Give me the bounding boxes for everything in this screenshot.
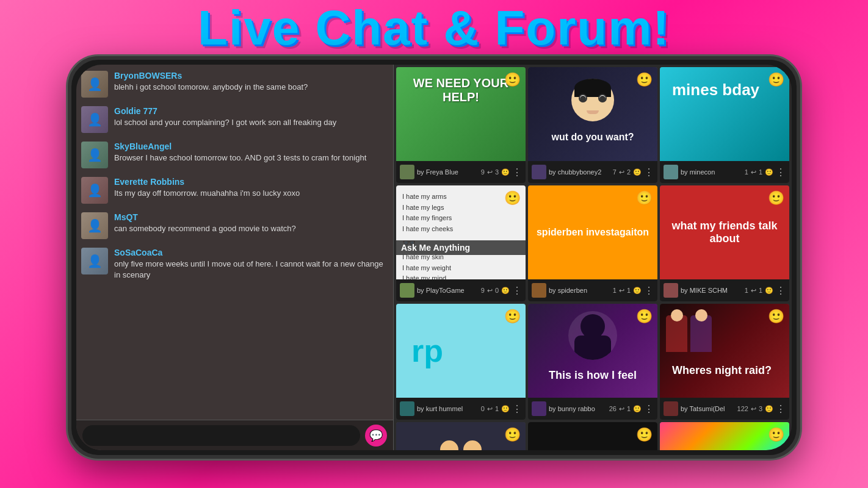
forum-card-wanna-rp[interactable]: wanna rp with whatsapp/kik 🙂 by anime fa… — [396, 422, 526, 450]
card-emoji[interactable]: 🙂 — [636, 427, 653, 443]
avatar: 👤 — [81, 248, 108, 274]
card-emoji[interactable]: 🙂 — [504, 309, 521, 325]
forum-card-spiderben[interactable]: spiderben investagaiton 🙂 by spiderben 1… — [528, 185, 657, 301]
card-title: Wheres night raid? — [666, 355, 778, 386]
card-author-avatar — [532, 283, 546, 298]
forum-card-friends-talk[interactable]: what my friends talk about 🙂 by MIKE SCH… — [660, 185, 789, 301]
card-title: This is how I feel — [543, 360, 643, 391]
card-title: rp — [402, 320, 452, 381]
card-options-icon[interactable]: ⋮ — [776, 167, 786, 178]
forum-card-this-is-how-i-feel[interactable]: This is how I feel 🙂 by bunny rabbo 26↩ … — [528, 304, 657, 420]
chat-panel: 👤 BryonBOWSERs blehh i got school tomoro… — [76, 65, 394, 450]
card-stats: 9↩ 0🙂 — [481, 287, 510, 295]
card-author-avatar — [664, 401, 678, 416]
forum-card-kwaiiii[interactable]: KWAIIII 🙂 by kawaii fan 15↩ 6🙂 ⋮ — [660, 422, 789, 450]
card-options-icon[interactable]: ⋮ — [776, 285, 786, 296]
card-author-avatar — [532, 401, 546, 416]
card-options-icon[interactable]: ⋮ — [512, 167, 522, 178]
chat-message: 👤 SoSaCoaCa only five more weeks until I… — [81, 248, 388, 281]
chat-message: 👤 SkyBlueAngel Browser I have school tom… — [81, 142, 388, 168]
card-author-avatar — [400, 165, 414, 179]
chat-message: 👤 Everette Robbins Its my day off tomorr… — [81, 177, 388, 204]
send-button[interactable]: 💬 — [365, 425, 387, 447]
header-title: Live Chat & Forum! — [198, 1, 670, 55]
card-stats: 1↩ 1🙂 — [613, 287, 642, 295]
card-stats: 9↩ 3🙂 — [481, 168, 510, 176]
page-header: Live Chat & Forum! — [198, 0, 670, 56]
chat-message: 👤 MsQT can somebody recommend a good mov… — [81, 212, 388, 239]
chat-messages: 👤 BryonBOWSERs blehh i got school tomoro… — [76, 65, 393, 420]
card-stats: 26↩ 1🙂 — [609, 405, 642, 413]
forum-card-night-raid[interactable]: Wheres night raid? 🙂 by Tatsumi(Del 122↩… — [660, 304, 789, 420]
forum-card-rp[interactable]: rp 🙂 by kurt hummel 0↩ 1🙂 ⋮ — [396, 304, 526, 420]
card-stats: 0↩ 1🙂 — [481, 405, 510, 413]
message-username[interactable]: Everette Robbins — [114, 177, 388, 187]
card-emoji[interactable]: 🙂 — [636, 72, 653, 88]
forum-panel: WE NEED YOUR HELP! 🙂 by Freya Blue 9↩ 3🙂… — [394, 65, 792, 450]
card-author: by Freya Blue — [417, 168, 479, 176]
card-options-icon[interactable]: ⋮ — [512, 403, 522, 415]
card-stats: 7↩ 2🙂 — [613, 168, 642, 176]
card-emoji[interactable]: 🙂 — [768, 190, 784, 206]
card-options-icon[interactable]: ⋮ — [776, 403, 786, 415]
card-emoji[interactable]: 🙂 — [504, 190, 521, 206]
card-author-avatar — [664, 283, 678, 298]
card-author: by Tatsumi(Del — [681, 405, 735, 412]
message-text: only five more weeks until I move out of… — [114, 259, 388, 281]
avatar: 👤 — [81, 142, 108, 168]
card-title: spiderben investagaiton — [530, 221, 655, 244]
card-title: what my friends talk about — [660, 210, 789, 254]
card-stats: 1↩ 1🙂 — [745, 287, 773, 295]
card-options-icon[interactable]: ⋮ — [512, 285, 522, 296]
message-username[interactable]: Goldie 777 — [114, 106, 388, 116]
avatar: 👤 — [81, 212, 108, 239]
message-username[interactable]: SkyBlueAngel — [114, 142, 388, 151]
phone-device: 👤 BryonBOWSERs blehh i got school tomoro… — [68, 56, 800, 459]
card-author: by minecon — [681, 168, 742, 176]
message-text: blehh i got school tomorow. anybody in t… — [114, 82, 388, 93]
message-username[interactable]: MsQT — [114, 212, 388, 222]
card-title: mines bday — [666, 73, 765, 107]
avatar: 👤 — [81, 106, 108, 133]
card-stats: 1↩ 1🙂 — [745, 168, 773, 176]
card-author-avatar — [400, 283, 414, 298]
chat-message: 👤 Goldie 777 lol school and your complai… — [81, 106, 388, 133]
card-title: wut do you want? — [545, 124, 640, 150]
card-emoji[interactable]: 🙂 — [768, 309, 784, 325]
ask-me-title: Ask Me Anything — [401, 243, 470, 253]
chat-input-bar: 💬 — [76, 420, 393, 450]
message-text: lol school and your complaining? I got w… — [114, 117, 388, 128]
card-emoji[interactable]: 🙂 — [504, 427, 521, 443]
card-author: by kurt hummel — [417, 405, 479, 412]
forum-card-need-help[interactable]: WE NEED YOUR HELP! 🙂 by Freya Blue 9↩ 3🙂… — [396, 67, 526, 183]
card-author-avatar — [532, 165, 546, 179]
card-emoji[interactable]: 🙂 — [768, 72, 784, 88]
card-options-icon[interactable]: ⋮ — [644, 167, 654, 178]
message-text: Browser I have school tomorrow too. AND … — [114, 152, 388, 163]
forum-card-imagine[interactable]: IMAGINE THIS 🙂 by imaginer 8↩ 4🙂 ⋮ — [528, 422, 657, 450]
card-author: by bunny rabbo — [549, 405, 607, 412]
card-author-avatar — [400, 401, 414, 416]
chat-input[interactable] — [82, 425, 360, 446]
card-options-icon[interactable]: ⋮ — [644, 403, 654, 415]
message-username[interactable]: BryonBOWSERs — [114, 71, 388, 81]
card-author: by chubbyboney2 — [549, 168, 610, 176]
message-text: can somebody recommend a good movie to w… — [114, 223, 388, 234]
message-username[interactable]: SoSaCoaCa — [114, 248, 388, 257]
card-author: by spiderben — [549, 287, 610, 294]
card-stats: 122↩ 3🙂 — [737, 405, 773, 413]
avatar: 👤 — [81, 71, 108, 98]
card-title: KWAIIII — [685, 446, 764, 451]
forum-card-wut[interactable]: wut do you want? 🙂 by chubbyboney2 7↩ 2🙂… — [528, 67, 657, 183]
card-emoji[interactable]: 🙂 — [504, 72, 521, 88]
card-author: by PlayToGame — [417, 287, 479, 294]
avatar: 👤 — [81, 177, 108, 204]
card-emoji[interactable]: 🙂 — [768, 427, 784, 443]
card-emoji[interactable]: 🙂 — [636, 190, 653, 206]
card-author: by MIKE SCHM — [681, 287, 742, 294]
forum-card-ask-me[interactable]: I hate my arms I hate my legs I hate my … — [396, 185, 526, 301]
card-author-avatar — [664, 165, 678, 179]
forum-card-mines-bday[interactable]: mines bday 🙂 by minecon 1↩ 1🙂 ⋮ — [660, 67, 789, 183]
card-emoji[interactable]: 🙂 — [636, 309, 653, 325]
card-options-icon[interactable]: ⋮ — [644, 285, 654, 296]
